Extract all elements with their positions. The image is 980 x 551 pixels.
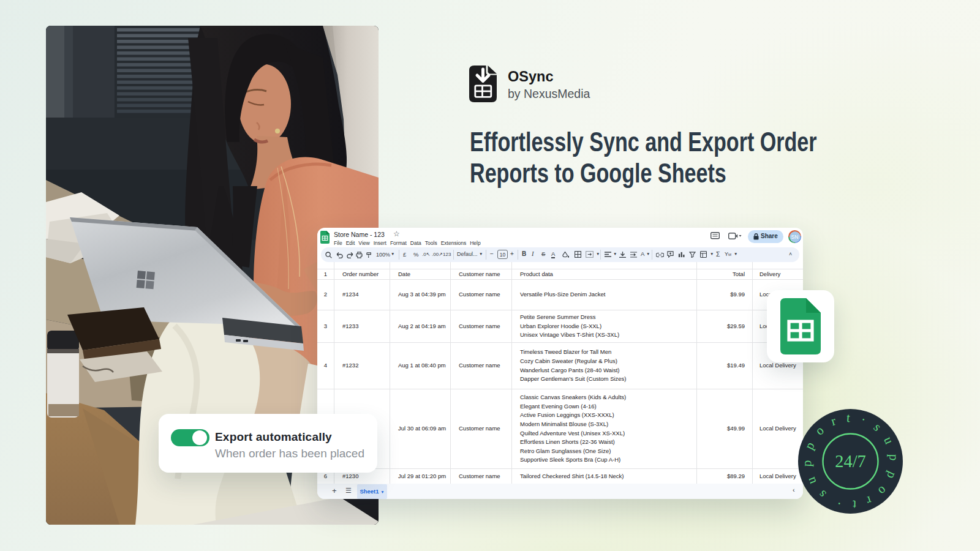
svg-text:24/7: 24/7 [835,452,866,471]
